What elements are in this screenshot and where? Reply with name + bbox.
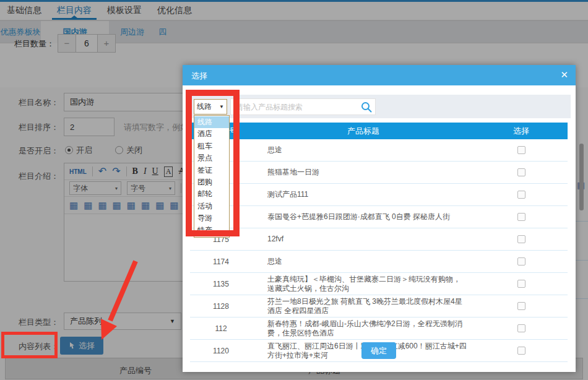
row-checkbox[interactable] (517, 213, 525, 221)
filter-option[interactable]: 酒店 (194, 128, 229, 140)
product-title: 思途 (252, 139, 475, 161)
row-checkbox[interactable] (517, 191, 525, 199)
filter-option[interactable]: 团购 (194, 176, 229, 188)
chevron-down-icon: ▼ (219, 104, 224, 110)
product-title: 泰国曼谷+芭提雅6日跟团游·成都直飞 0自费 探秘唐人街 (252, 206, 475, 228)
product-id: 112 (190, 317, 252, 339)
filter-option-label: 邮轮 (197, 189, 212, 198)
product-title: 土豪真纯玩】＜毕棚沟、甘堡藏寨二日游＞纯玩没有购物，送藏式土火锅，住古尔沟 (252, 273, 475, 295)
filter-option[interactable]: 景点 (194, 152, 229, 164)
table-row: 1190 熊猫基地一日游 (190, 162, 568, 184)
product-title: 熊猫基地一日游 (252, 162, 475, 183)
filter-option[interactable]: 签证 (194, 165, 229, 176)
product-title: 测试产品111 (252, 184, 475, 205)
row-checkbox[interactable] (517, 235, 525, 243)
filter-option[interactable]: 邮轮 (194, 188, 229, 200)
modal-title: 选择 (191, 71, 207, 82)
product-search-input[interactable] (230, 98, 376, 115)
table-row: 1175 12fvf (190, 228, 568, 251)
filter-option-label: 导游 (197, 214, 212, 222)
modal-table-header: 产品编号 产品标题 选择 (190, 123, 568, 139)
row-checkbox[interactable] (517, 324, 525, 332)
row-checkbox[interactable] (517, 280, 525, 288)
filter-option-label: 景点 (197, 153, 212, 162)
product-id: 1174 (190, 251, 252, 272)
row-checkbox[interactable] (517, 347, 525, 355)
table-row: 1176 泰国曼谷+芭提雅6日跟团游·成都直飞 0自费 探秘唐人街 (190, 206, 568, 228)
modal-col-select-header: 选择 (475, 123, 568, 139)
product-title: 12fvf (252, 228, 475, 250)
search-icon[interactable] (360, 101, 373, 113)
close-icon[interactable]: ✕ (560, 69, 568, 80)
table-row: 1174 思途 (190, 251, 568, 273)
row-checkbox[interactable] (517, 302, 525, 310)
product-title: 思途 (252, 251, 475, 272)
table-row: 1128 芬兰一地8日极光之旅 荷航直飞 3晚芬兰最北度假村木屋4星酒店 全程四… (190, 295, 568, 317)
table-row: 1178 思途 (190, 139, 568, 162)
product-id: 1135 (190, 273, 252, 295)
filter-option-label: 租车 (197, 142, 212, 150)
filter-option[interactable]: 线路 (194, 116, 229, 128)
filter-option-label: 特产 (197, 226, 212, 235)
filter-option[interactable]: 导游 (194, 212, 229, 224)
filter-option[interactable]: 特产 (194, 225, 229, 236)
table-row: 1177 测试产品111 (190, 184, 568, 206)
row-checkbox[interactable] (517, 146, 525, 154)
modal-table-body: 1178 思途 1190 熊猫基地一日游 1177 测试产品111 (190, 139, 568, 362)
product-title: 新春特惠！成都-峨眉山-乐山大佛纯净2日游，全程无强制消费，住景区特色酒店 (252, 317, 475, 339)
table-row: 112 新春特惠！成都-峨眉山-乐山大佛纯净2日游，全程无强制消费，住景区特色酒… (190, 317, 568, 340)
filter-options-dropdown: 线路酒店租车景点签证团购邮轮活动导游特产 (194, 115, 230, 238)
filter-option-label: 活动 (197, 202, 212, 210)
product-id: 1128 (190, 295, 252, 317)
confirm-button[interactable]: 确定 (361, 342, 396, 359)
modal-product-table: 产品编号 产品标题 选择 1178 思途 1190 熊猫基地一日游 (190, 123, 568, 362)
filter-option[interactable]: 活动 (194, 201, 229, 212)
product-id: 1120 (190, 340, 252, 361)
row-checkbox[interactable] (517, 168, 525, 176)
filter-option-label: 团购 (197, 178, 212, 186)
filter-option-label: 酒店 (197, 129, 212, 138)
row-checkbox[interactable] (517, 257, 525, 266)
filter-option-label: 签证 (197, 166, 212, 175)
modal-header: 选择 ✕ (183, 65, 576, 85)
select-product-modal: 选择 ✕ 线路 ▼ 线路酒店租车景点签证团购邮轮活动导游特产 产品编号 产品标题… (183, 65, 576, 372)
filter-option[interactable]: 租车 (194, 140, 229, 152)
filter-option-label: 线路 (197, 118, 212, 126)
table-row: 1135 土豪真纯玩】＜毕棚沟、甘堡藏寨二日游＞纯玩没有购物，送藏式土火锅，住古… (190, 273, 568, 295)
filter-selected-value: 线路 (197, 101, 212, 112)
product-type-filter-select[interactable]: 线路 ▼ (194, 99, 227, 114)
screen: 基础信息栏目内容模板设置优化信息 栏目数量： − 6 + 优惠券板块国内游周边游… (0, 0, 588, 380)
product-title: 芬兰一地8日极光之旅 荷航直飞 3晚芬兰最北度假村木屋4星酒店 全程四星酒店 (252, 295, 475, 317)
modal-col-title-header: 产品标题 (252, 123, 475, 139)
